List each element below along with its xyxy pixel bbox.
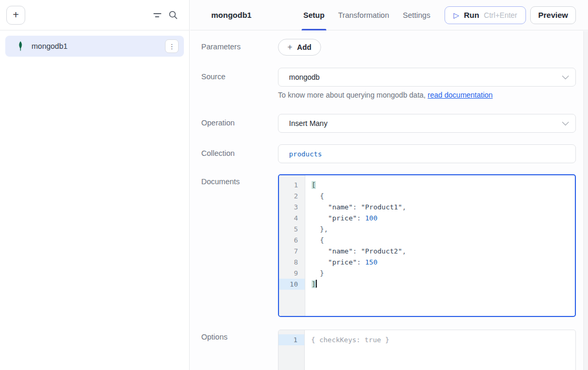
text-cursor bbox=[316, 280, 317, 288]
collection-label: Collection bbox=[201, 144, 278, 163]
code-token: 150 bbox=[365, 258, 377, 266]
gutter-line-number: 4 bbox=[279, 213, 305, 224]
code-token: ] bbox=[312, 280, 316, 288]
operation-row: Operation Insert Many bbox=[201, 114, 576, 133]
code-token: : bbox=[357, 214, 365, 222]
editor-tabs: SetupTransformationSettings bbox=[296, 0, 437, 30]
code-token: : bbox=[353, 203, 361, 211]
tab-setup[interactable]: Setup bbox=[296, 0, 331, 30]
code-token: : bbox=[353, 247, 361, 255]
query-list: mongodb1⋮ bbox=[0, 30, 189, 62]
plus-icon: + bbox=[287, 43, 292, 51]
code-line: ] bbox=[312, 279, 575, 290]
sidebar-item-mongodb1[interactable]: mongodb1⋮ bbox=[5, 36, 184, 57]
code-token: { bbox=[312, 236, 324, 244]
filter-icon bbox=[153, 13, 161, 17]
run-label: Run bbox=[464, 10, 479, 19]
tab-label: Settings bbox=[403, 11, 430, 19]
gutter-line-number: 1 bbox=[278, 334, 304, 345]
code-token bbox=[312, 203, 328, 211]
gutter-line-number: 5 bbox=[279, 224, 305, 235]
documents-code-editor[interactable]: 12345678910 [ { "name": "Product1", "pri… bbox=[278, 174, 576, 317]
gutter-line-number: 3 bbox=[279, 202, 305, 213]
gutter-line-number: 6 bbox=[279, 235, 305, 246]
source-row: Source mongodb To know more about queryi… bbox=[201, 68, 576, 99]
code-token: , bbox=[402, 247, 406, 255]
plus-icon: + bbox=[13, 9, 19, 21]
scrollbar[interactable] bbox=[583, 31, 588, 370]
chevron-down-icon bbox=[562, 119, 569, 126]
source-value: mongodb bbox=[289, 73, 562, 81]
source-label: Source bbox=[201, 68, 278, 99]
mongodb-leaf-icon bbox=[17, 41, 24, 51]
query-form: Parameters + Add Source mongodb To know … bbox=[190, 30, 588, 370]
code-token: , bbox=[402, 203, 406, 211]
options-code-editor[interactable]: 1 { checkKeys: true } bbox=[278, 330, 576, 370]
code-token: "price" bbox=[328, 258, 357, 266]
code-line: { bbox=[312, 191, 575, 202]
gutter-line-number: 7 bbox=[279, 246, 305, 257]
query-editor-panel: mongodb1 SetupTransformationSettings ▷ R… bbox=[190, 0, 588, 370]
gutter-line-number: 2 bbox=[279, 191, 305, 202]
sidebar-header: + bbox=[0, 0, 189, 30]
code-token: [ bbox=[312, 181, 316, 189]
search-icon bbox=[169, 10, 178, 19]
kebab-icon: ⋮ bbox=[169, 43, 176, 50]
code-token bbox=[312, 214, 328, 222]
code-token: "name" bbox=[328, 203, 353, 211]
query-title: mongodb1 bbox=[211, 10, 252, 19]
source-select[interactable]: mongodb bbox=[278, 68, 576, 87]
code-token: "Product2" bbox=[361, 247, 402, 255]
options-label: Options bbox=[201, 330, 278, 370]
code-line: [ bbox=[312, 179, 575, 191]
options-placeholder: { checkKeys: true } bbox=[311, 334, 575, 345]
options-row: Options 1 { checkKeys: true } bbox=[201, 330, 576, 370]
search-button[interactable] bbox=[165, 7, 181, 23]
code-token: } bbox=[312, 269, 324, 277]
read-documentation-link[interactable]: read documentation bbox=[428, 91, 493, 99]
chevron-down-icon bbox=[562, 72, 569, 80]
code-token: "price" bbox=[328, 214, 357, 222]
operation-select[interactable]: Insert Many bbox=[278, 114, 576, 133]
query-editor-header: mongodb1 SetupTransformationSettings ▷ R… bbox=[190, 0, 588, 30]
new-query-button[interactable]: + bbox=[6, 6, 25, 25]
add-parameter-button[interactable]: + Add bbox=[278, 39, 321, 56]
code-token bbox=[312, 247, 328, 255]
operation-label: Operation bbox=[201, 114, 278, 133]
gutter-line-number: 10 bbox=[279, 279, 305, 290]
code-token: : bbox=[357, 258, 365, 266]
code-line: "price": 100 bbox=[312, 213, 575, 224]
code-token: "name" bbox=[328, 247, 353, 255]
parameters-row: Parameters + Add bbox=[201, 39, 576, 56]
context-menu-button[interactable]: ⋮ bbox=[165, 39, 179, 53]
play-icon: ▷ bbox=[453, 12, 459, 19]
code-line: "name": "Product1", bbox=[312, 202, 575, 213]
documents-code-area[interactable]: [ { "name": "Product1", "price": 100 }, … bbox=[305, 175, 575, 316]
documents-row: Documents 12345678910 [ { "name": "Produ… bbox=[201, 174, 576, 317]
code-token: 100 bbox=[365, 214, 377, 222]
operation-value: Insert Many bbox=[289, 119, 562, 128]
code-line: "price": 150 bbox=[312, 257, 575, 268]
documents-gutter: 12345678910 bbox=[279, 175, 305, 316]
code-line: }, bbox=[312, 224, 575, 235]
preview-button[interactable]: Preview bbox=[530, 6, 576, 24]
tab-label: Transformation bbox=[338, 11, 389, 19]
entity-explorer-sidebar: + mongodb1⋮ bbox=[0, 0, 190, 370]
source-helper-text: To know more about querying mongodb data… bbox=[278, 91, 576, 99]
collection-input[interactable] bbox=[278, 144, 576, 163]
tab-transformation[interactable]: Transformation bbox=[332, 0, 396, 30]
code-token: "Product1" bbox=[361, 203, 402, 211]
parameters-label: Parameters bbox=[201, 39, 278, 56]
run-shortcut: Ctrl+Enter bbox=[484, 11, 517, 19]
run-button[interactable]: ▷ Run Ctrl+Enter bbox=[445, 6, 526, 24]
code-line: "name": "Product2", bbox=[312, 246, 575, 257]
filter-button[interactable] bbox=[149, 7, 165, 23]
tab-settings[interactable]: Settings bbox=[396, 0, 437, 30]
code-token bbox=[312, 258, 328, 266]
code-line: { bbox=[312, 235, 575, 246]
active-tab-underline bbox=[302, 29, 326, 30]
options-gutter: 1 bbox=[278, 330, 305, 370]
options-code-area[interactable]: { checkKeys: true } bbox=[305, 330, 575, 370]
collection-row: Collection bbox=[201, 144, 576, 163]
sidebar-item-label: mongodb1 bbox=[32, 42, 165, 50]
